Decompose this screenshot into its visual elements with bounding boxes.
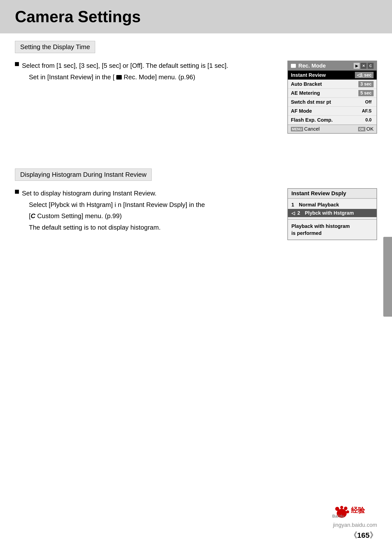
section2-bullet-main: Set to display histogram during Instant … (22, 189, 157, 197)
menu-footer: MENU Cancel OK OK (288, 125, 377, 133)
menu-value-swtch: Off (363, 99, 374, 105)
menu-body: Instant Review ◁1 sec Auto Bracket 3 sec… (288, 71, 377, 125)
right-bracket: 》 (370, 531, 377, 539)
menu-label-auto-bracket: Auto Bracket (291, 81, 322, 87)
page-header: Camera Settings (0, 0, 392, 33)
svg-point-1 (340, 506, 343, 509)
camera-icon (116, 75, 122, 80)
review-row-num-1: 1 (291, 202, 296, 208)
menu-title-text: Rec. Mode (298, 63, 326, 69)
review-row-label-1: Normal Playback (299, 202, 339, 208)
rec-mode-menu-panel: Rec. Mode ▶ ✕ C Instant Review ◁1 sec (287, 61, 377, 134)
left-bracket: 《 (350, 531, 357, 539)
menu-label-swtch: Swtch dst msr pt (291, 99, 331, 105)
section1-bullet-main: Select from [1 sec], [3 sec], [5 sec] or… (22, 62, 228, 69)
review-panel-body: 1 Normal Playback ◁ 2 Plybck with Hstgra… (288, 199, 377, 219)
menu-row-swtch[interactable]: Swtch dst msr pt Off (288, 98, 377, 107)
baidu-logo: 经验 Bai'du jingyan.baidu.com (332, 504, 377, 528)
menu-value-instant-review: ◁1 sec (355, 72, 374, 78)
section2-heading: Displaying Histogram During Instant Revi… (15, 169, 152, 181)
review-arrow-icon: ◁ (291, 210, 295, 216)
instant-review-panel: Instant Review Dsply 1 Normal Playback ◁… (287, 188, 377, 240)
section1-heading: Setting the Display Time (15, 41, 95, 53)
menu-row-ae-metering[interactable]: AE Metering 5 sec (288, 89, 377, 98)
review-row-normal[interactable]: 1 Normal Playback (288, 201, 377, 209)
section1-indent: Set in [Instant Review] in the [ Rec. Mo… (29, 72, 272, 83)
review-row-label-2: Plybck with Hstgram (305, 210, 354, 216)
menu-icons: ▶ ✕ C (354, 63, 374, 69)
bullet-icon (15, 62, 19, 66)
page-number: 《165》 (332, 530, 377, 541)
menu-row-flash[interactable]: Flash Exp. Comp. 0.0 (288, 116, 377, 125)
baidu-sub-text: jingyan.baidu.com (333, 522, 377, 528)
baidu-icon: 经验 Bai'du (332, 504, 377, 519)
menu-icon-c: C (368, 63, 374, 69)
svg-text:Bai'du: Bai'du (332, 514, 344, 518)
section2-bullet-text: Set to display histogram during Instant … (22, 188, 272, 233)
menu-value-flash: 0.0 (363, 117, 374, 123)
menu-label-flash: Flash Exp. Comp. (291, 117, 333, 123)
section2-indent1: Select [Plybck wi th Hstgram] i n [Insta… (29, 200, 272, 210)
spacer (15, 149, 377, 169)
page-footer: 经验 Bai'du jingyan.baidu.com 《165》 (332, 504, 377, 541)
c-custom-icon: C (31, 211, 35, 221)
section1-content-row: Select from [1 sec], [3 sec], [5 sec] or… (15, 61, 377, 134)
review-panel-desc: Playback with histogram is performed (288, 219, 377, 240)
section2-text: Set to display histogram during Instant … (15, 188, 272, 235)
page-title: Camera Settings (15, 7, 377, 26)
review-desc-line2: is performed (291, 230, 322, 236)
section1-text: Select from [1 sec], [3 sec], [5 sec] or… (15, 61, 272, 84)
section1-bullet-item: Select from [1 sec], [3 sec], [5 sec] or… (15, 61, 272, 82)
menu-icon-x: ✕ (361, 63, 367, 69)
main-content: Setting the Display Time Select from [1 … (0, 41, 392, 240)
menu-label-af-mode: AF Mode (291, 108, 312, 114)
menu-label-ae-metering: AE Metering (291, 90, 320, 96)
menu-value-af-mode: AF.S (360, 108, 374, 114)
svg-point-2 (344, 507, 347, 510)
menu-icon-play: ▶ (354, 63, 360, 69)
page-num-value: 165 (357, 531, 370, 539)
ok-icon: OK (358, 127, 365, 131)
menu-cancel-btn[interactable]: MENU Cancel (291, 126, 320, 132)
review-panel-header: Instant Review Dsply (288, 189, 377, 199)
menu-ok-label: OK (366, 126, 374, 132)
camera-menu-icon (291, 64, 296, 68)
baidu-brand: 经验 Bai'du (332, 504, 377, 521)
menu-label-icon: MENU (291, 127, 303, 131)
menu-value-ae-metering: 5 sec (358, 90, 374, 96)
menu-header: Rec. Mode ▶ ✕ C (288, 61, 377, 71)
menu-header-title: Rec. Mode (291, 63, 326, 69)
menu-cancel-label: Cancel (304, 126, 320, 132)
review-row-hstgram[interactable]: ◁ 2 Plybck with Hstgram (288, 209, 377, 217)
svg-text:经验: 经验 (351, 506, 365, 514)
menu-row-auto-bracket[interactable]: Auto Bracket 3 sec (288, 80, 377, 89)
right-sidebar-tab (383, 237, 392, 317)
menu-value-auto-bracket: 3 sec (358, 81, 374, 87)
bullet-icon-2 (15, 190, 19, 194)
section2-indent2: [C Custom Setting] menu. (p.99) (29, 211, 272, 221)
section-histogram: Displaying Histogram During Instant Revi… (15, 169, 377, 240)
menu-label-instant-review: Instant Review (291, 72, 326, 78)
section-display-time: Setting the Display Time Select from [1 … (15, 41, 377, 134)
menu-row-af-mode[interactable]: AF Mode AF.S (288, 107, 377, 116)
section1-bullet-text: Select from [1 sec], [3 sec], [5 sec] or… (22, 61, 272, 82)
menu-row-instant-review[interactable]: Instant Review ◁1 sec (288, 71, 377, 80)
section2-content-row: Set to display histogram during Instant … (15, 188, 377, 240)
menu-ok-btn[interactable]: OK OK (358, 126, 374, 132)
section2-indent3: The default setting is to not display hi… (29, 222, 272, 233)
review-desc-line1: Playback with histogram (291, 223, 350, 229)
section2-bullet-item: Set to display histogram during Instant … (15, 188, 272, 233)
review-row-num-2: 2 (297, 210, 302, 216)
